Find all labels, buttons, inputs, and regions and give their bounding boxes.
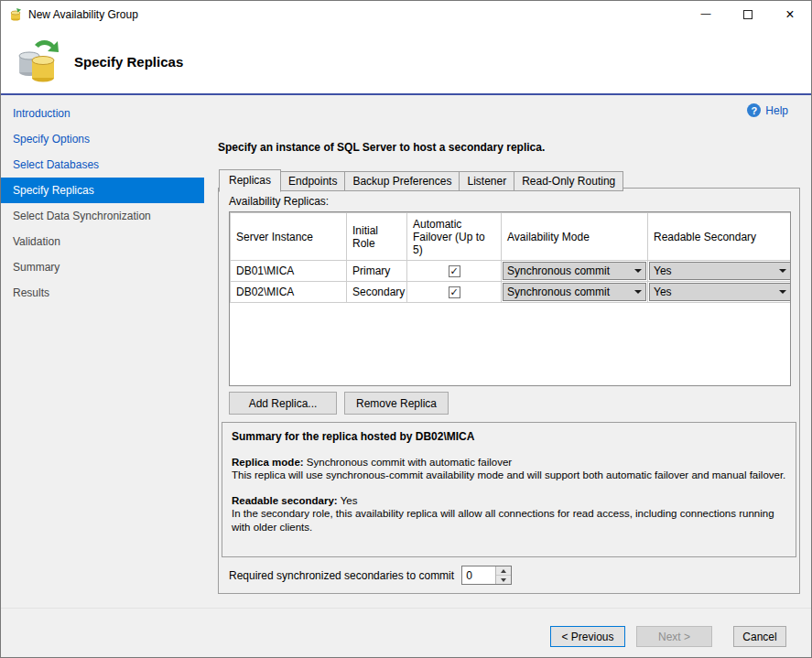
- readable-secondary-value: Yes: [650, 264, 775, 277]
- table-row: DB02\MICA Secondary Synchronous commit: [231, 282, 792, 303]
- tab-endpoints[interactable]: Endpoints: [280, 171, 345, 191]
- page-instruction: Specify an instance of SQL Server to hos…: [218, 141, 545, 154]
- summary-title: Summary for the replica hosted by DB02\M…: [232, 430, 786, 444]
- minimize-icon: —: [701, 8, 711, 18]
- table-header-row: Server Instance Initial Role Automatic F…: [231, 213, 792, 261]
- previous-button[interactable]: < Previous: [550, 626, 625, 647]
- wizard-steps-sidebar: Introduction Specify Options Select Data…: [1, 95, 204, 608]
- help-label: Help: [765, 104, 788, 117]
- sidebar-item-select-databases[interactable]: Select Databases: [1, 152, 204, 178]
- initial-role-cell: Primary: [347, 261, 407, 282]
- maximize-button[interactable]: [727, 1, 769, 28]
- table-row: DB01\MICA Primary Synchronous commit: [231, 261, 792, 282]
- sidebar-item-select-data-synchronization: Select Data Synchronization: [1, 203, 204, 229]
- column-header-initial-role: Initial Role: [347, 213, 407, 261]
- titlebar: New Availability Group — ×: [1, 1, 811, 28]
- sidebar-item-specify-options[interactable]: Specify Options: [1, 126, 204, 152]
- replicas-grid: Server Instance Initial Role Automatic F…: [229, 211, 791, 386]
- required-sync-label: Required synchronized secondaries to com…: [229, 569, 454, 582]
- server-instance-cell: DB01\MICA: [231, 261, 347, 282]
- replica-mode-description: This replica will use synchronous-commit…: [232, 469, 786, 481]
- availability-group-icon: [13, 36, 62, 88]
- readable-secondary-summary-value: Yes: [341, 495, 358, 506]
- column-header-automatic-failover: Automatic Failover (Up to 5): [407, 213, 502, 261]
- summary-replica-mode-section: Replica mode: Synchronous commit with au…: [232, 456, 786, 482]
- spinner-up-button[interactable]: [496, 566, 511, 575]
- availability-replicas-label: Availability Replicas:: [229, 195, 329, 208]
- help-icon: ?: [747, 103, 761, 117]
- spinner-down-icon: [501, 578, 506, 582]
- readable-secondary-description: In the secondary role, this availability…: [232, 507, 786, 534]
- replicas-tab-panel: Availability Replicas: Server Instance I…: [218, 188, 800, 594]
- window-controls: — ×: [685, 1, 811, 28]
- minimize-button[interactable]: —: [685, 1, 727, 28]
- automatic-failover-checkbox[interactable]: [449, 286, 460, 298]
- server-instance-cell: DB02\MICA: [231, 282, 347, 303]
- tab-read-only-routing[interactable]: Read-Only Routing: [514, 171, 623, 191]
- spinner-down-button[interactable]: [496, 575, 511, 584]
- tab-listener[interactable]: Listener: [459, 171, 514, 191]
- automatic-failover-checkbox[interactable]: [449, 265, 460, 277]
- new-availability-group-window: New Availability Group — × Specify Repli…: [0, 0, 812, 658]
- tab-strip: Replicas Endpoints Backup Preferences Li…: [219, 169, 623, 191]
- replicas-table: Server Instance Initial Role Automatic F…: [230, 212, 791, 303]
- replica-mode-value: Synchronous commit with automatic failov…: [307, 457, 512, 468]
- sidebar-item-introduction[interactable]: Introduction: [1, 101, 204, 126]
- close-icon: ×: [785, 7, 794, 22]
- required-sync-spinner: [461, 566, 512, 585]
- spinner-up-icon: [501, 569, 506, 573]
- readable-secondary-label: Readable secondary:: [232, 495, 338, 506]
- replica-buttons: Add Replica... Remove Replica: [229, 392, 449, 415]
- cancel-button[interactable]: Cancel: [733, 626, 786, 647]
- required-sync-row: Required synchronized secondaries to com…: [229, 566, 512, 585]
- sidebar-item-validation: Validation: [1, 229, 204, 254]
- next-button[interactable]: Next >: [636, 626, 712, 647]
- chevron-down-icon: [631, 290, 645, 294]
- chevron-down-icon: [775, 269, 790, 273]
- column-header-readable-secondary: Readable Secondary: [648, 213, 792, 261]
- replica-mode-label: Replica mode:: [232, 457, 304, 468]
- window-title: New Availability Group: [28, 8, 138, 21]
- required-sync-input[interactable]: [462, 566, 495, 584]
- add-replica-button[interactable]: Add Replica...: [229, 392, 337, 415]
- maximize-icon: [743, 10, 752, 19]
- remove-replica-button[interactable]: Remove Replica: [344, 392, 449, 415]
- readable-secondary-select[interactable]: Yes: [649, 283, 791, 301]
- wizard-header: Specify Replicas: [1, 28, 811, 93]
- help-link[interactable]: ? Help: [747, 103, 788, 117]
- column-header-server-instance: Server Instance: [231, 213, 347, 261]
- replica-summary-box: Summary for the replica hosted by DB02\M…: [222, 422, 796, 557]
- availability-mode-select[interactable]: Synchronous commit: [503, 262, 646, 280]
- availability-mode-value: Synchronous commit: [503, 286, 631, 298]
- tab-backup-preferences[interactable]: Backup Preferences: [344, 171, 460, 191]
- chevron-down-icon: [631, 269, 645, 273]
- sidebar-item-results: Results: [1, 280, 204, 306]
- chevron-down-icon: [775, 290, 790, 294]
- initial-role-cell: Secondary: [347, 282, 407, 303]
- wizard-footer: < Previous Next > Cancel: [1, 608, 811, 658]
- sidebar-item-specify-replicas[interactable]: Specify Replicas: [1, 178, 204, 203]
- page-title: Specify Replicas: [74, 54, 183, 70]
- main-content: ? Help Specify an instance of SQL Server…: [204, 95, 812, 608]
- readable-secondary-select[interactable]: Yes: [649, 262, 791, 280]
- availability-mode-value: Synchronous commit: [503, 264, 631, 277]
- tab-replicas[interactable]: Replicas: [219, 169, 281, 192]
- spinner-buttons: [495, 566, 511, 584]
- close-button[interactable]: ×: [769, 1, 811, 28]
- readable-secondary-value: Yes: [650, 286, 775, 298]
- column-header-availability-mode: Availability Mode: [502, 213, 648, 261]
- summary-readable-secondary-section: Readable secondary: Yes In the secondary…: [232, 494, 786, 534]
- availability-mode-select[interactable]: Synchronous commit: [503, 283, 646, 301]
- app-icon: [8, 7, 23, 22]
- sidebar-item-summary: Summary: [1, 254, 204, 280]
